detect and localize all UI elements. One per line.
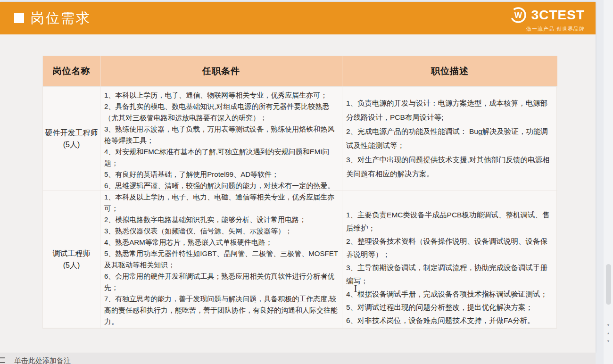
requirement-item: 1、本科以上学历，电子、通信、物联网等相关专业，优秀应届生亦可； xyxy=(104,90,338,101)
column-header-qualifications[interactable]: 任职条件 xyxy=(100,56,342,87)
column-header-description[interactable]: 职位描述 xyxy=(342,56,557,87)
title-band: 岗位需求 W 3CTEST 做一流产品 创世界品牌 xyxy=(0,2,596,34)
description-item: 4、根据设备调试手册，完成设备各项技术指标调试验证测试； xyxy=(346,288,554,301)
vertical-scrollbar-thumb[interactable] xyxy=(606,264,611,305)
3ctest-logo-icon: W xyxy=(509,6,528,25)
notes-placeholder[interactable]: 单击此处添加备注 xyxy=(14,356,71,364)
requirement-item: 6、思维逻辑严谨、清晰，较强的解决问题的能力，对技术有一定的热爱。 xyxy=(104,180,338,190)
table-row2-description-cell[interactable]: 1、主要负责EMC类设备半成品PCB板功能调试、整机调试、售后维护； 2、整理设… xyxy=(342,190,557,328)
company-logo[interactable]: W 3CTEST 做一流产品 创世界品牌 xyxy=(509,6,585,33)
table-row1-description-cell[interactable]: 1、负责电源的开发与设计：电源方案选型，成本核算，电源部分线路设计，PCB布局设… xyxy=(342,87,557,190)
job-requirements-table[interactable]: 岗位名称 任职条件 职位描述 硬件开发工程师 (5人) 1、本科以上学历，电子、… xyxy=(42,56,557,329)
vertical-scrollbar-track[interactable]: ▼ ▲ ▼ xyxy=(604,0,613,364)
description-item: 2、完成电源产品的功能及性能调试： Bug解决及验证，功能调试及性能测试等； xyxy=(346,124,554,153)
requirement-item: 5、熟悉常用功率元器件特性如IGBT、晶闸管、二极管、三极管、MOSFET及其驱… xyxy=(104,248,338,271)
description-item: 3、对生产中出现的问题提供技术支援,对其他部门反馈的电源相关问题有相应的解决方案… xyxy=(346,153,554,181)
requirement-item: 3、熟悉仪器仪表（如频谱仪、信号源、矢网、示波器等）； xyxy=(104,225,338,237)
logo-tagline: 做一流产品 创世界品牌 xyxy=(509,25,585,33)
logo-brand-text: 3CTEST xyxy=(531,8,585,23)
svg-text:W: W xyxy=(514,11,522,20)
scroll-down-arrow-icon[interactable]: ▼ xyxy=(607,323,610,327)
next-slide-button[interactable]: ▼ xyxy=(607,339,610,343)
requirement-item: 1、本科及以上学历，电子、电力、电磁、通信等相关专业，优秀应届生亦可； xyxy=(104,191,338,214)
requirement-item: 7、有独立思考的能力，善于发现问题与解决问题，具备积极的工作态度,较高的责任感和… xyxy=(104,293,338,327)
slide-title-box[interactable]: 岗位需求 xyxy=(14,2,91,34)
requirement-item: 5、有良好的英语基础，了解使用Protel99、AD等软件； xyxy=(104,169,338,180)
position-headcount: (5人) xyxy=(63,259,80,271)
requirement-item: 2、具备扎实的模电、数电基础知识,对组成电源的所有元器件要比较熟悉（尤其对三极管… xyxy=(104,101,338,124)
title-bullet-square-icon xyxy=(14,13,24,23)
previous-slide-button[interactable]: ▲ xyxy=(607,331,610,335)
position-name: 调试工程师 xyxy=(53,248,91,259)
page-title: 岗位需求 xyxy=(31,9,91,28)
requirement-item: 2、模拟电路数字电路基础知识扎实，能够分析、设计常用电路； xyxy=(104,214,338,225)
table-row1-requirements-cell[interactable]: 1、本科以上学历，电子、通信、物联网等相关专业，优秀应届生亦可； 2、具备扎实的… xyxy=(100,87,342,190)
column-header-position[interactable]: 岗位名称 xyxy=(43,56,100,87)
notes-pane[interactable]: 单击此处添加备注 xyxy=(0,353,596,364)
table-row2-position-cell[interactable]: 调试工程师 (5人) xyxy=(43,190,100,328)
position-headcount: (5人) xyxy=(63,139,80,150)
requirement-item: 4、熟悉ARM等常用芯片，熟悉嵌入式单板硬件电路； xyxy=(104,237,338,248)
slide-canvas[interactable]: 岗位需求 W 3CTEST 做一流产品 创世界品牌 岗位名称 任职条件 职位描述… xyxy=(0,2,596,353)
requirement-item: 4、对安规和EMC标准有基本的了解,可独立解决遇到的安规问题和EMI问题； xyxy=(104,146,338,169)
description-item: 2、整理设备技术资料（设备操作说明、设备调试说明、设备保养说明等）； xyxy=(346,235,554,261)
description-item: 5、对调试过程出现的问题分析整改，提出优化解决方案； xyxy=(346,301,554,314)
table-row2-requirements-cell[interactable]: 1、本科及以上学历，电子、电力、电磁、通信等相关专业，优秀应届生亦可； 2、模拟… xyxy=(100,190,342,328)
table-row1-position-cell[interactable]: 硬件开发工程师 (5人) xyxy=(43,87,100,190)
description-item: 3、主导前期设备调试，制定调试流程，协助完成设备调试手册编写； xyxy=(346,261,554,288)
requirement-item: 6、会用常用的硬件开发和调试工具；熟悉应用相关仿真软件进行分析者优先； xyxy=(104,271,338,293)
description-item: 6、对非技术岗位，设备难点问题技术支持，并做FA分析。 xyxy=(346,314,554,327)
description-item: 1、负责电源的开发与设计：电源方案选型，成本核算，电源部分线路设计，PCB布局设… xyxy=(346,96,554,124)
description-item: 1、主要负责EMC类设备半成品PCB板功能调试、整机调试、售后维护； xyxy=(346,208,554,235)
notes-partial-icon xyxy=(0,357,5,363)
requirement-item: 3、熟练使用示波器，电子负载，万用表等测试设备，熟练使用烙铁和热风枪等焊接工具； xyxy=(104,124,338,146)
position-name: 硬件开发工程师 xyxy=(45,127,98,139)
